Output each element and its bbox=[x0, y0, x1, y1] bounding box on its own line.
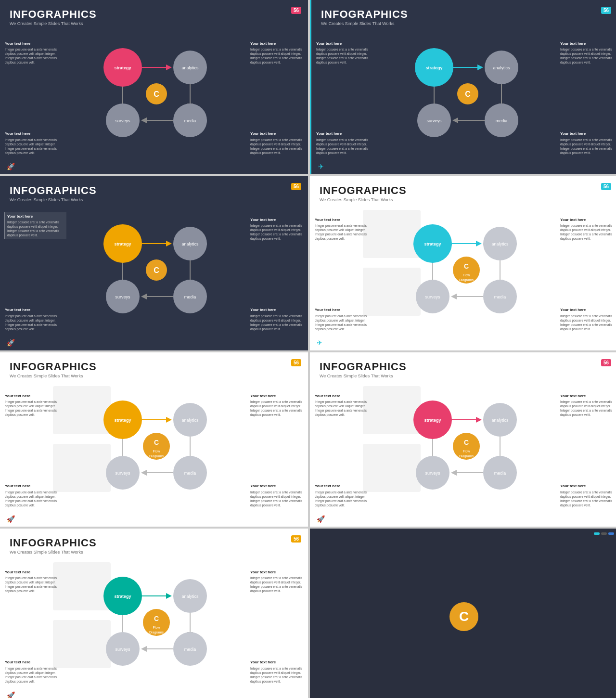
slide-badge: 56 bbox=[601, 359, 611, 366]
diagram-svg-6: C Flow Diagrams strategy analytics surve… bbox=[358, 376, 570, 506]
svg-text:analytics: analytics bbox=[181, 242, 199, 246]
diagram-svg-7: C Flow Diagrams strategy analytics surve… bbox=[48, 553, 260, 683]
svg-text:Flow: Flow bbox=[153, 626, 161, 629]
svg-text:surveys: surveys bbox=[425, 295, 440, 299]
diagram-svg-1: C strategy analytics surveys media bbox=[48, 24, 260, 154]
svg-text:media: media bbox=[496, 118, 508, 123]
rocket-icon: 🚀 bbox=[7, 163, 15, 170]
slide-title: INFOGRAPHICS bbox=[320, 185, 608, 196]
svg-text:C: C bbox=[154, 90, 159, 98]
slide-7: INFOGRAPHICS We Creates Simple Slides Th… bbox=[0, 529, 308, 698]
preview-logo-letter: C bbox=[459, 609, 469, 624]
svg-text:analytics: analytics bbox=[181, 594, 199, 599]
slide-6: INFOGRAPHICS We Creates Simple Slides Th… bbox=[310, 352, 616, 527]
svg-text:strategy: strategy bbox=[425, 65, 442, 70]
svg-text:C: C bbox=[464, 439, 469, 446]
svg-text:surveys: surveys bbox=[426, 118, 442, 123]
slide-2: INFOGRAPHICS We Creates Simple Slides Th… bbox=[310, 0, 616, 174]
diagram-svg-2: C strategy analytics surveys media bbox=[359, 24, 571, 154]
svg-text:media: media bbox=[494, 471, 506, 476]
slide-1: INFOGRAPHICS We Creates Simple Slides Th… bbox=[0, 0, 308, 174]
rocket-icon: 🚀 bbox=[7, 691, 15, 698]
svg-rect-43 bbox=[363, 268, 421, 316]
svg-text:strategy: strategy bbox=[114, 418, 131, 423]
svg-text:strategy: strategy bbox=[114, 594, 131, 599]
svg-text:media: media bbox=[184, 647, 196, 652]
rocket-icon: ✈ bbox=[318, 163, 324, 170]
svg-text:C: C bbox=[154, 266, 159, 274]
slide-title: INFOGRAPHICS bbox=[10, 185, 298, 196]
svg-text:surveys: surveys bbox=[115, 118, 130, 123]
svg-text:media: media bbox=[184, 118, 196, 123]
preview-logo: C bbox=[449, 602, 478, 631]
svg-rect-61 bbox=[53, 444, 111, 492]
svg-text:C: C bbox=[154, 615, 159, 622]
svg-rect-78 bbox=[363, 386, 421, 434]
svg-text:Flow: Flow bbox=[463, 273, 471, 277]
svg-text:surveys: surveys bbox=[115, 471, 130, 476]
slide-title: INFOGRAPHICS bbox=[320, 361, 608, 373]
text-block-tl: Your text here Integer posuere erat a an… bbox=[7, 214, 64, 238]
slide-title: INFOGRAPHICS bbox=[321, 9, 608, 20]
svg-text:Diagrams: Diagrams bbox=[149, 631, 164, 634]
svg-text:Diagrams: Diagrams bbox=[459, 454, 474, 458]
svg-text:strategy: strategy bbox=[424, 418, 441, 423]
svg-text:C: C bbox=[465, 90, 471, 98]
svg-text:C: C bbox=[464, 262, 469, 270]
svg-text:analytics: analytics bbox=[181, 418, 199, 423]
rocket-icon: 🚀 bbox=[317, 515, 325, 523]
svg-text:strategy: strategy bbox=[114, 65, 131, 70]
svg-text:analytics: analytics bbox=[493, 65, 510, 70]
slide-title: INFOGRAPHICS bbox=[10, 361, 298, 373]
svg-rect-42 bbox=[363, 210, 421, 258]
svg-text:strategy: strategy bbox=[114, 242, 131, 246]
slide-3: INFOGRAPHICS We Creates Simple Slides Th… bbox=[0, 176, 308, 350]
svg-rect-96 bbox=[53, 562, 111, 610]
diagram-svg-3: C strategy analytics surveys media bbox=[48, 200, 260, 330]
svg-text:analytics: analytics bbox=[491, 418, 509, 423]
svg-text:surveys: surveys bbox=[115, 647, 130, 652]
preview-inner: C bbox=[320, 537, 608, 696]
svg-text:media: media bbox=[184, 471, 196, 476]
diagram-svg-5: C Flow Diagrams strategy analytics surve… bbox=[48, 376, 260, 506]
preview-bar bbox=[594, 532, 614, 535]
svg-text:surveys: surveys bbox=[115, 295, 130, 299]
svg-text:Diagrams: Diagrams bbox=[149, 454, 164, 458]
slide-badge: 56 bbox=[291, 359, 301, 366]
rocket-icon: ✈ bbox=[317, 339, 322, 347]
svg-text:analytics: analytics bbox=[491, 242, 509, 246]
svg-text:media: media bbox=[494, 295, 506, 299]
svg-text:Diagrams: Diagrams bbox=[459, 278, 474, 282]
svg-text:Flow: Flow bbox=[153, 450, 161, 453]
rocket-icon: 🚀 bbox=[7, 339, 15, 347]
slide-4: INFOGRAPHICS We Creates Simple Slides Th… bbox=[310, 176, 616, 350]
slide-badge: 56 bbox=[601, 183, 611, 190]
svg-rect-60 bbox=[53, 386, 111, 434]
diagram-svg-4: C Flow Diagrams strategy analytics surve… bbox=[358, 200, 570, 330]
slide-badge: 56 bbox=[291, 7, 301, 14]
slide-8-preview: C bbox=[310, 529, 616, 698]
svg-text:Flow: Flow bbox=[463, 450, 471, 453]
highlight-box-left: Your text here Integer posuere erat a an… bbox=[4, 212, 66, 240]
slide-badge: 56 bbox=[291, 183, 301, 190]
slide-5: INFOGRAPHICS We Creates Simple Slides Th… bbox=[0, 352, 308, 527]
svg-rect-79 bbox=[363, 444, 421, 492]
slide-title: INFOGRAPHICS bbox=[10, 537, 298, 549]
svg-text:analytics: analytics bbox=[181, 65, 199, 70]
rocket-icon: 🚀 bbox=[7, 515, 15, 523]
slide-badge: 56 bbox=[601, 7, 611, 14]
slide-badge: 56 bbox=[291, 535, 301, 543]
svg-text:strategy: strategy bbox=[424, 242, 441, 246]
slide-title: INFOGRAPHICS bbox=[10, 9, 298, 20]
svg-text:media: media bbox=[184, 295, 196, 299]
svg-text:surveys: surveys bbox=[425, 471, 440, 476]
svg-text:C: C bbox=[154, 439, 159, 446]
svg-rect-97 bbox=[53, 620, 111, 668]
